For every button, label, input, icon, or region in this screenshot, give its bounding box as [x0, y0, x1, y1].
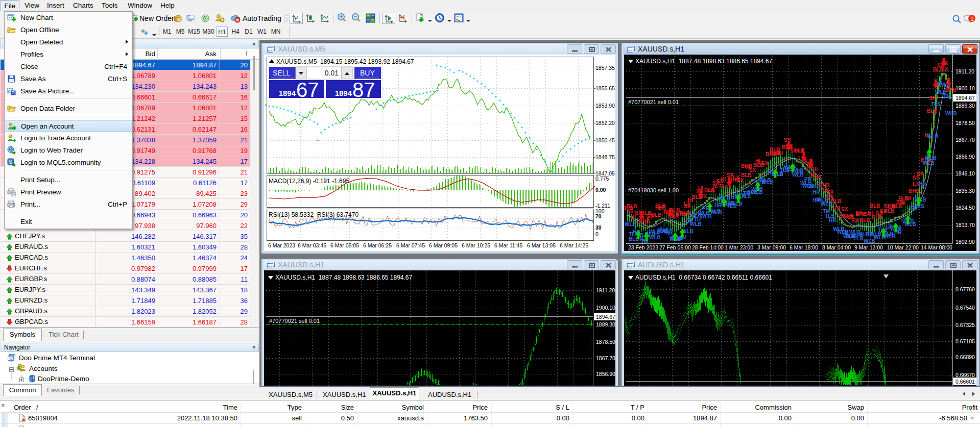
svg-text:1894: 1894	[279, 89, 296, 97]
svg-text:S: S	[9, 159, 12, 165]
svg-text:HI: HI	[900, 200, 905, 206]
svg-text:SS: SS	[627, 209, 634, 214]
svg-text:WLB: WLB	[761, 179, 773, 185]
svg-text:SX: SX	[851, 218, 858, 223]
svg-text:10 Mar 22:00: 10 Mar 22:00	[887, 244, 919, 250]
svg-text:TM: TM	[943, 94, 950, 99]
svg-text:1894: 1894	[335, 89, 352, 97]
svg-text:HI: HI	[721, 177, 726, 182]
svg-text:AUDUSD.s,H1 0.66734 0.66742 0: AUDUSD.s,H1 0.66734 0.66742 0.66511 0.66…	[635, 274, 772, 281]
svg-text:6 Mar 07:45: 6 Mar 07:45	[396, 242, 425, 248]
svg-text:SX: SX	[917, 171, 924, 177]
svg-text:1 Mar 23:00: 1 Mar 23:00	[725, 244, 753, 250]
svg-text:HR: HR	[665, 230, 673, 236]
svg-text:6 Mar 06:25: 6 Mar 06:25	[363, 242, 392, 248]
svg-text:WLB: WLB	[731, 201, 743, 207]
svg-text:1867.70: 1867.70	[955, 137, 975, 143]
svg-text:SELL: SELL	[273, 69, 290, 77]
svg-text:WLB: WLB	[945, 111, 957, 116]
svg-text:WLB: WLB	[927, 134, 939, 139]
svg-text:1850.45: 1850.45	[595, 137, 615, 143]
svg-text:0: 0	[595, 231, 599, 237]
svg-text:0.775: 0.775	[595, 175, 609, 182]
svg-text:0.01: 0.01	[325, 69, 339, 77]
svg-text:1857.35: 1857.35	[595, 65, 615, 71]
svg-text:6 Mar 03:45: 6 Mar 03:45	[298, 242, 326, 248]
svg-text:WLB: WLB	[625, 221, 636, 227]
svg-text:#70770021 sell 0.01: #70770021 sell 0.01	[628, 99, 679, 105]
svg-text:1911.20: 1911.20	[596, 287, 615, 293]
svg-text:3 Mar 09:00: 3 Mar 09:00	[757, 244, 786, 250]
svg-text:1853.90: 1853.90	[595, 103, 615, 109]
svg-text:HI: HI	[812, 167, 818, 172]
svg-text:1855.65: 1855.65	[595, 85, 615, 91]
svg-text:6 Mar 2023: 6 Mar 2023	[268, 242, 295, 248]
svg-text:87: 87	[352, 79, 375, 101]
svg-text:BHB: BHB	[909, 188, 920, 194]
svg-text:6 Mar 14:25: 6 Mar 14:25	[560, 242, 588, 248]
svg-text:BLB: BLB	[627, 204, 637, 209]
svg-text:RSI(13) 58.5332 RSI(3) 63.747: RSI(13) 58.5332 RSI(3) 63.7470	[269, 211, 358, 218]
svg-text:WLB: WLB	[649, 235, 661, 240]
svg-text:#70770021 sell 0.01: #70770021 sell 0.01	[269, 318, 320, 324]
svg-text:BLB: BLB	[831, 198, 842, 204]
svg-text:6 Mar 18:00: 6 Mar 18:00	[790, 244, 818, 250]
svg-text:28 Feb 14:00: 28 Feb 14:00	[692, 244, 724, 250]
svg-text:BLB: BLB	[680, 211, 690, 216]
svg-text:TU: TU	[796, 168, 803, 174]
svg-text:BLB: BLB	[859, 217, 870, 223]
svg-text:1802.90: 1802.90	[955, 239, 975, 245]
svg-text:1889.30: 1889.30	[955, 103, 975, 109]
svg-text:0.67105: 0.67105	[955, 338, 975, 344]
svg-text:30: 30	[595, 224, 602, 231]
svg-text:8 Mar 04:00: 8 Mar 04:00	[822, 244, 851, 250]
svg-text:BHB: BHB	[945, 87, 957, 93]
svg-text:SX: SX	[841, 207, 848, 212]
svg-text:1878.50: 1878.50	[955, 120, 975, 126]
svg-text:1867.70: 1867.70	[596, 355, 615, 361]
svg-text:BLB: BLB	[651, 212, 662, 218]
svg-text:1889.30: 1889.30	[596, 321, 615, 328]
svg-text:XAUUSD.s,H1 1887.48 1898.63 1: XAUUSD.s,H1 1887.48 1898.63 1886.65 1894…	[275, 274, 413, 281]
svg-text:TLS: TLS	[710, 208, 720, 214]
svg-text:BLB: BLB	[927, 108, 938, 114]
svg-text:SX: SX	[737, 178, 744, 183]
svg-text:1894.67: 1894.67	[955, 95, 975, 101]
svg-text:23 Feb 2023: 23 Feb 2023	[628, 244, 658, 250]
svg-text:1856.90: 1856.90	[596, 371, 615, 377]
svg-text:0.66601: 0.66601	[955, 379, 975, 385]
svg-text:SX: SX	[761, 161, 769, 166]
svg-text:1: 1	[971, 16, 974, 22]
svg-text:67: 67	[296, 79, 319, 101]
svg-text:BUY: BUY	[360, 69, 375, 77]
svg-text:WLB: WLB	[923, 160, 935, 166]
svg-text:SX: SX	[725, 185, 732, 190]
svg-text:0.67540: 0.67540	[955, 305, 975, 311]
svg-text:70: 70	[595, 213, 602, 219]
svg-text:SX: SX	[855, 210, 863, 216]
svg-text:1894.67: 1894.67	[596, 314, 615, 320]
svg-text:6 Mar 05:05: 6 Mar 05:05	[330, 242, 359, 248]
svg-text:1900.10: 1900.10	[596, 305, 615, 311]
svg-text:0.00: 0.00	[595, 187, 606, 193]
svg-text:0.66670: 0.66670	[955, 372, 975, 378]
svg-text:9 Mar 13:00: 9 Mar 13:00	[854, 244, 883, 250]
svg-text:SX: SX	[749, 167, 756, 173]
svg-text:1878.50: 1878.50	[596, 339, 615, 345]
svg-text:6 Mar 09:05: 6 Mar 09:05	[429, 242, 458, 248]
svg-text:6 Mar 10:25: 6 Mar 10:25	[462, 242, 490, 248]
svg-text:0.67760: 0.67760	[955, 286, 975, 292]
svg-text:27 Feb 05:00: 27 Feb 05:00	[659, 244, 691, 250]
svg-text:XAUUSD.s,M5 1894.15 1895.42 1: XAUUSD.s,M5 1894.15 1895.42 1893.92 1894…	[276, 58, 414, 65]
svg-text:XAUUSD.s,H1 1887.48 1898.63 1: XAUUSD.s,H1 1887.48 1898.63 1886.65 1894…	[635, 58, 773, 65]
svg-text:1911.20: 1911.20	[955, 68, 974, 74]
svg-text:SX: SX	[815, 174, 822, 180]
svg-text:HI: HI	[778, 150, 783, 156]
svg-text:1813.70: 1813.70	[955, 222, 975, 228]
svg-text:TLS: TLS	[931, 102, 941, 107]
svg-text:WLB: WLB	[904, 221, 916, 227]
svg-text:HI: HI	[835, 206, 840, 211]
svg-text:HR: HR	[829, 218, 836, 223]
svg-text:#70419830 sell 1.00: #70419830 sell 1.00	[628, 187, 679, 193]
svg-text:0.67325: 0.67325	[955, 322, 975, 328]
